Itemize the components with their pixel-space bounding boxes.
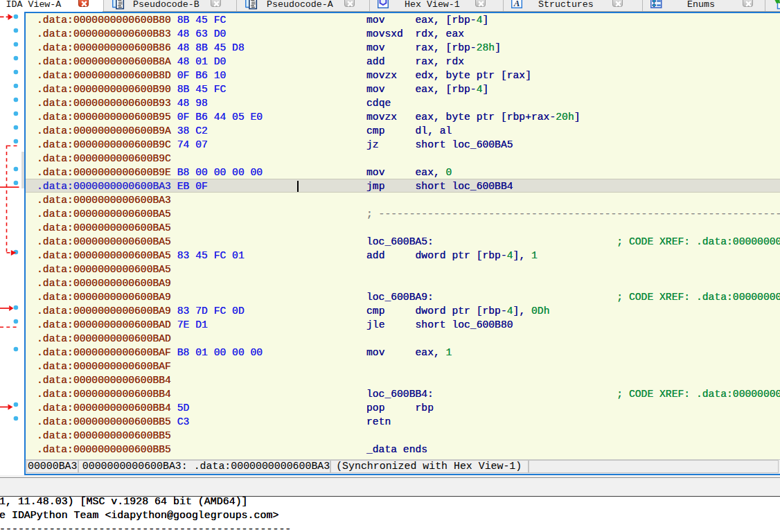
svg-text:A: A	[513, 0, 520, 8]
